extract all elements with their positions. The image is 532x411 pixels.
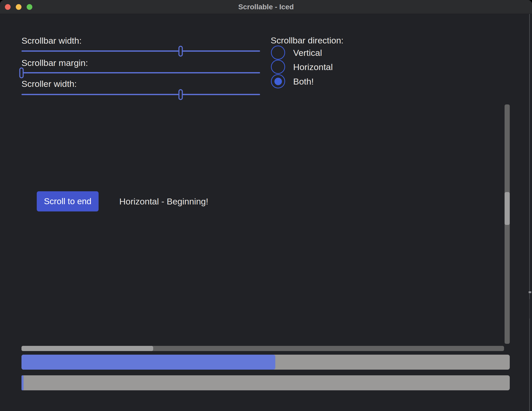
scrollbar-width-slider[interactable] [21, 50, 260, 52]
progress-bar [21, 375, 510, 390]
horizontal-scrollbar-track[interactable] [21, 346, 504, 351]
horizontal-scrollbar-thumb[interactable] [21, 346, 153, 351]
scrollbar-margin-slider[interactable] [21, 72, 260, 73]
scrollbar-direction-label: Scrollbar direction: [271, 34, 344, 46]
radio-circle-icon[interactable] [271, 45, 285, 60]
scrollbar-width-slider-handle[interactable] [178, 46, 183, 57]
window-right-edge [529, 14, 530, 411]
window-edge-shadow [529, 299, 530, 318]
scroller-width-slider[interactable] [21, 94, 260, 95]
scrollbar-margin-slider-handle[interactable] [19, 67, 24, 78]
radio-both-label[interactable]: Both! [293, 77, 314, 87]
radio-circle-icon[interactable] [271, 60, 285, 74]
scroll-to-end-button[interactable]: Scroll to end [37, 191, 99, 211]
progress-bar-fill [21, 355, 275, 370]
radio-dot-icon [274, 78, 282, 85]
radio-both[interactable]: Both! [271, 74, 416, 89]
radio-vertical[interactable]: Vertical [271, 45, 416, 60]
window-title: Scrollable - Iced [0, 0, 532, 14]
vertical-scrollbar-thumb[interactable] [505, 192, 510, 225]
radio-vertical-label[interactable]: Vertical [293, 48, 322, 58]
scrollbar-margin-label: Scrollbar margin: [21, 57, 88, 69]
scrollbar-width-label: Scrollbar width: [21, 35, 82, 47]
scroller-width-slider-handle[interactable] [178, 89, 183, 100]
window-edge-tick [529, 291, 531, 293]
radio-horizontal[interactable]: Horizontal [271, 60, 416, 74]
status-text: Horizontal - Beginning! [119, 195, 208, 207]
radio-circle-icon[interactable] [271, 74, 285, 88]
scroller-width-label: Scroller width: [21, 78, 77, 90]
vertical-scrollbar-track[interactable] [505, 104, 510, 344]
radio-horizontal-label[interactable]: Horizontal [293, 62, 333, 72]
progress-bar [21, 355, 510, 370]
titlebar: Scrollable - Iced [0, 0, 532, 14]
progress-bar-fill [21, 375, 24, 390]
app-window: Scrollable - Iced Scrollbar width: Scrol… [0, 0, 532, 411]
